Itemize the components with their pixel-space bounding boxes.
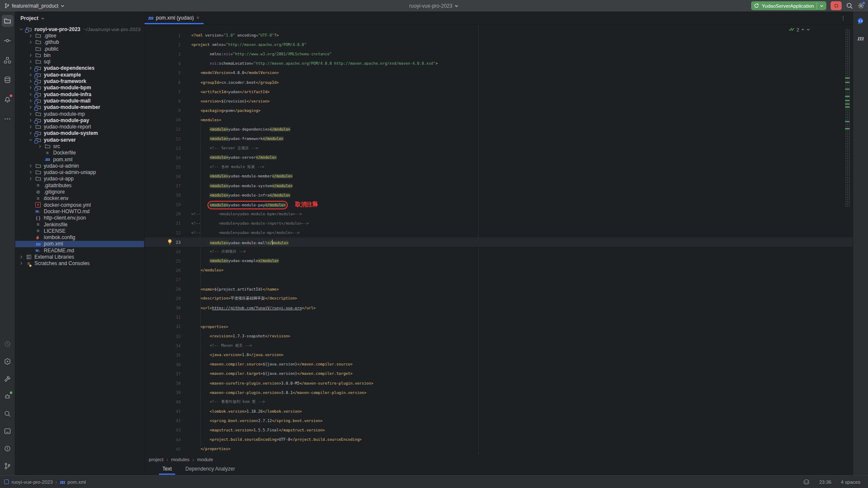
code-line-7[interactable]: 7 <artifactId>yudao</artifactId>	[145, 87, 853, 97]
code-line-37[interactable]: 37 <maven.compiler.target>${java.version…	[145, 369, 853, 378]
code-line-16[interactable]: 16 <module>yudao-module-member</module>	[145, 171, 853, 181]
tree-chevron-icon[interactable]	[27, 40, 34, 44]
close-icon[interactable]: ×	[196, 15, 199, 21]
git-branch-button[interactable]	[2, 460, 14, 472]
copilot-icon[interactable]	[803, 479, 810, 485]
debug-button[interactable]	[2, 390, 14, 402]
code-line-41[interactable]: 41 <lombok.version>1.18.26</lombok.versi…	[145, 407, 853, 416]
code-line-30[interactable]: 30 <url>https://github.com/YunaiV/ruoyi-…	[145, 303, 853, 313]
code-line-29[interactable]: 29 <description>芋道项目基础脚手架</description>	[145, 294, 853, 303]
search-everywhere-icon[interactable]	[846, 2, 853, 9]
tree-item-yudao-dependencies[interactable]: yudao-dependencies	[15, 65, 144, 71]
inspections-widget[interactable]: ✓✓ 2	[789, 27, 810, 32]
tree-chevron-icon[interactable]	[27, 119, 34, 122]
tree-item-scratches-and-consoles[interactable]: ≡Scratches and Consoles	[15, 260, 144, 267]
tree-item-yudao-module-infra[interactable]: yudao-module-infra	[15, 91, 144, 97]
editor-tab-pom-xml[interactable]: m pom.xml (yudao) ×	[145, 11, 204, 24]
code-line-24[interactable]: 24 <!-- 示例项目 -->	[145, 247, 853, 256]
tree-chevron-icon[interactable]	[27, 86, 34, 89]
code-line-43[interactable]: 43 <mapstruct.version>1.5.5.Final</mapst…	[145, 425, 853, 435]
code-line-17[interactable]: 17 <module>yudao-module-system</module>	[145, 181, 853, 191]
tree-item-bin[interactable]: bin	[15, 52, 144, 58]
tree-chevron-icon[interactable]	[37, 145, 43, 148]
tree-chevron-icon[interactable]	[27, 54, 34, 57]
tree-item-yudao-module-mall[interactable]: yudao-module-mall	[15, 97, 144, 104]
project-title-widget[interactable]: ruoyi-vue-pro-2023	[409, 3, 459, 9]
code-line-2[interactable]: 2<project xmlns="http://maven.apache.org…	[145, 40, 853, 49]
intention-bulb-icon[interactable]	[167, 239, 173, 245]
code-line-23[interactable]: 23 <module>yudao-module-mall</module>	[145, 237, 853, 247]
tree-item-docker-howto.md[interactable]: M↓Docker-HOWTO.md	[15, 208, 144, 214]
tree-item-http-client.env.json[interactable]: { }http-client.env.json	[15, 215, 144, 221]
bottom-tab-text[interactable]: Text	[156, 464, 178, 474]
tree-item-readme.md[interactable]: M↓README.md	[15, 247, 144, 254]
code-line-25[interactable]: 25 <module>yudao-example</module>	[145, 256, 853, 265]
project-folder-button[interactable]	[2, 15, 14, 27]
code-line-22[interactable]: 22<!-- <module>yudao-module-mp</module>-…	[145, 228, 853, 237]
code-line-34[interactable]: 34 <!-- Maven 相关 -->	[145, 341, 853, 350]
tree-item-yudao-module-report[interactable]: yudao-module-report	[15, 123, 144, 130]
chevron-down-icon[interactable]	[820, 4, 824, 8]
code-line-15[interactable]: 15 <!-- 各种 module 拓展 -->	[145, 162, 853, 171]
chevron-down-icon[interactable]	[806, 28, 810, 31]
code-line-6[interactable]: 6 <groupId>cn.iocoder.boot</groupId>	[145, 77, 853, 87]
history-button[interactable]	[2, 338, 14, 350]
more-button[interactable]	[2, 113, 14, 125]
maven-tool-button[interactable]: m	[855, 32, 867, 44]
code-line-40[interactable]: 40 <!-- 看看咋放到 bom 里 -->	[145, 397, 853, 407]
code-line-31[interactable]: 31	[145, 313, 853, 322]
run-configuration-widget[interactable]: YudaoServerApplication	[751, 1, 826, 10]
code-line-3[interactable]: 3 xmlns:xsi="http://www.w3.org/2001/XMLS…	[145, 49, 853, 59]
caret-position[interactable]: 23:36	[819, 479, 831, 485]
status-file-path[interactable]: ruoyi-vue-pro-2023 › m pom.xml	[0, 479, 86, 485]
tree-chevron-icon[interactable]	[27, 112, 34, 116]
tree-item-lombok.config[interactable]: lombok.config	[15, 234, 144, 241]
code-line-8[interactable]: 8 <version>${revision}</version>	[145, 97, 853, 106]
tree-chevron-icon[interactable]	[27, 80, 34, 83]
code-line-35[interactable]: 35 <java.version>1.8</java.version>	[145, 350, 853, 360]
code-line-36[interactable]: 36 <maven.compiler.source>${java.version…	[145, 360, 853, 369]
code-editor[interactable]: 1<?xml version="1.0" encoding="UTF-8"?>2…	[145, 24, 853, 455]
code-line-28[interactable]: 28 <name>${project.artifactId}</name>	[145, 285, 853, 294]
tree-item-ruoyi-vue-pro-2023[interactable]: ruoyi-vue-pro-2023~/Java/ruoyi-vue-pro-2…	[15, 26, 144, 32]
tree-chevron-icon[interactable]	[27, 99, 34, 103]
tree-chevron-icon[interactable]	[27, 171, 34, 174]
chevron-up-icon[interactable]	[801, 28, 805, 31]
problems-button[interactable]	[2, 442, 14, 454]
structure-button[interactable]	[2, 54, 14, 66]
notifications-button[interactable]	[2, 93, 14, 105]
tree-item-yudao-ui-app[interactable]: yudao-ui-app	[15, 176, 144, 182]
tree-chevron-icon[interactable]	[27, 93, 34, 96]
tree-item-docker.env[interactable]: ≡docker.env	[15, 195, 144, 202]
project-panel-header[interactable]: Project	[15, 11, 144, 25]
code-line-42[interactable]: 42 <spring.boot.version>2.7.12</spring.b…	[145, 416, 853, 425]
tree-item-yudao-ui-admin[interactable]: yudao-ui-admin	[15, 163, 144, 169]
tree-item-src[interactable]: src	[15, 143, 144, 149]
tree-chevron-icon[interactable]	[27, 73, 34, 77]
tree-item-yudao-server[interactable]: yudao-server	[15, 137, 144, 143]
code-line-45[interactable]: 45 </properties>	[145, 444, 853, 454]
tree-item-yudao-example[interactable]: yudao-example	[15, 71, 144, 78]
code-line-19[interactable]: 19 <module>yudao-module-pay</module>取消注释	[145, 200, 853, 209]
git-branch-widget[interactable]: feature/mall_product	[0, 0, 69, 11]
indent-setting[interactable]: 4 spaces	[841, 479, 860, 485]
tree-item-dockerfile[interactable]: ≡Dockerfile	[15, 150, 144, 156]
stop-button[interactable]	[831, 1, 842, 10]
editor-scrollbar[interactable]	[845, 29, 850, 207]
code-line-13[interactable]: 13 <!-- Server 主项目 -->	[145, 143, 853, 153]
breadcrumb-item-modules[interactable]: modules	[171, 457, 189, 462]
code-line-9[interactable]: 9 <packaging>pom</packaging>	[145, 106, 853, 115]
tree-chevron-icon[interactable]	[18, 28, 25, 31]
tree-chevron-icon[interactable]	[27, 66, 34, 70]
code-line-10[interactable]: 10 <modules>	[145, 115, 853, 125]
tree-item-.public[interactable]: .public	[15, 46, 144, 52]
tree-item-.gitee[interactable]: .gitee	[15, 32, 144, 39]
tree-item-yudao-module-system[interactable]: yudao-module-system	[15, 130, 144, 137]
tree-chevron-icon[interactable]	[27, 164, 34, 168]
code-line-14[interactable]: 14 <module>yudao-server</module>	[145, 153, 853, 162]
tree-chevron-icon[interactable]	[27, 177, 34, 180]
tree-item-.github[interactable]: .github	[15, 39, 144, 46]
tree-chevron-icon[interactable]	[27, 125, 34, 128]
tree-chevron-icon[interactable]	[18, 262, 25, 265]
code-line-18[interactable]: 18 <module>yudao-module-infra</module>	[145, 191, 853, 200]
